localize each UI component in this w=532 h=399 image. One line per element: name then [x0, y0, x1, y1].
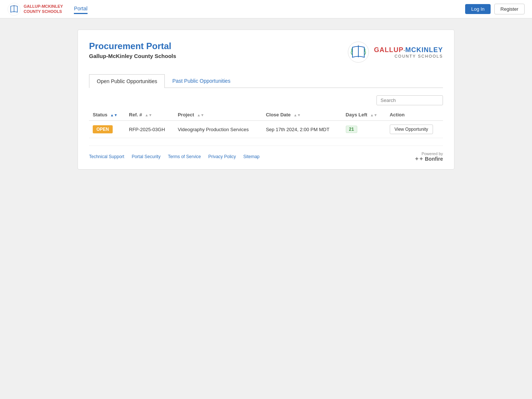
- nav-right: Log In Register: [465, 4, 525, 14]
- days-left-badge: 21: [346, 126, 357, 133]
- table-body: OPEN RFP-2025-03GH Videography Productio…: [89, 121, 443, 138]
- view-opportunity-button[interactable]: View Opportunity: [390, 125, 433, 134]
- cell-status: OPEN: [89, 121, 125, 138]
- school-name-text: GALLUP-McKINLEY COUNTY SCHOOLS: [374, 46, 443, 58]
- sort-close-date-icon[interactable]: ▲▼: [293, 113, 301, 117]
- opportunities-table: Status ▲▼ Ref. # ▲▼ Project ▲▼ Close Dat…: [89, 109, 443, 138]
- table-header: Status ▲▼ Ref. # ▲▼ Project ▲▼ Close Dat…: [89, 109, 443, 121]
- tabs-container: Open Public Opportunities Past Public Op…: [89, 74, 443, 88]
- col-ref: Ref. # ▲▼: [125, 109, 174, 121]
- portal-subheading: Gallup-McKinley County Schools: [89, 53, 176, 59]
- portal-header: Procurement Portal Gallup-McKinley Count…: [89, 41, 443, 63]
- portal-nav-link[interactable]: Portal: [74, 6, 88, 14]
- footer-link-sitemap[interactable]: Sitemap: [243, 154, 259, 159]
- footer-link-technical-support[interactable]: Technical Support: [89, 154, 124, 159]
- logo-area: GALLUP-McKINLEY COUNTY SCHOOLS: [7, 3, 63, 16]
- cell-project: Videography Production Services: [174, 121, 262, 138]
- main-card: Procurement Portal Gallup-McKinley Count…: [78, 30, 454, 170]
- top-nav: GALLUP-McKINLEY COUNTY SCHOOLS Portal Lo…: [0, 0, 532, 18]
- col-status: Status ▲▼: [89, 109, 125, 121]
- portal-footer: Technical SupportPortal SecurityTerms of…: [89, 146, 443, 162]
- sort-project-icon[interactable]: ▲▼: [197, 113, 204, 117]
- table-controls: [89, 95, 443, 105]
- school-name-line1: GALLUP-McKINLEY: [374, 46, 443, 54]
- register-button[interactable]: Register: [494, 4, 525, 14]
- bonfire-label: Bonfire: [425, 156, 443, 162]
- nav-left: GALLUP-McKINLEY COUNTY SCHOOLS Portal: [7, 3, 88, 16]
- col-action: Action: [386, 109, 443, 121]
- logo-text: GALLUP-McKINLEY COUNTY SCHOOLS: [24, 4, 63, 14]
- cell-close-date: Sep 17th 2024, 2:00 PM MDT: [262, 121, 342, 138]
- bonfire-brand: ✦✦ Bonfire: [415, 156, 443, 162]
- login-button[interactable]: Log In: [465, 4, 490, 14]
- cell-ref: RFP-2025-03GH: [125, 121, 174, 138]
- col-close-date: Close Date ▲▼: [262, 109, 342, 121]
- tab-open-opportunities[interactable]: Open Public Opportunities: [89, 74, 165, 88]
- footer-link-privacy-policy[interactable]: Privacy Policy: [208, 154, 236, 159]
- sort-days-left-icon[interactable]: ▲▼: [370, 113, 378, 117]
- status-badge: OPEN: [93, 125, 113, 133]
- school-logo-large-icon: [347, 41, 369, 63]
- col-project: Project ▲▼: [174, 109, 262, 121]
- footer-link-terms-of-service[interactable]: Terms of Service: [168, 154, 201, 159]
- school-name-line2: COUNTY SCHOOLS: [374, 54, 443, 58]
- footer-link-portal-security[interactable]: Portal Security: [132, 154, 160, 159]
- sort-ref-icon[interactable]: ▲▼: [145, 113, 152, 117]
- school-logo-icon: [7, 3, 21, 16]
- search-input[interactable]: [376, 95, 443, 105]
- footer-links: Technical SupportPortal SecurityTerms of…: [89, 154, 260, 159]
- cell-action: View Opportunity: [386, 121, 443, 138]
- col-days-left: Days Left ▲▼: [342, 109, 386, 121]
- school-logo-area: GALLUP-McKINLEY COUNTY SCHOOLS: [347, 41, 443, 63]
- tab-past-opportunities[interactable]: Past Public Opportunities: [165, 74, 238, 88]
- table-row: OPEN RFP-2025-03GH Videography Productio…: [89, 121, 443, 138]
- powered-by: Powered by ✦✦ Bonfire: [415, 151, 443, 162]
- sort-status-icon[interactable]: ▲▼: [110, 113, 117, 117]
- portal-heading: Procurement Portal: [89, 41, 176, 51]
- cell-days-left: 21: [342, 121, 386, 138]
- portal-title: Procurement Portal Gallup-McKinley Count…: [89, 41, 176, 59]
